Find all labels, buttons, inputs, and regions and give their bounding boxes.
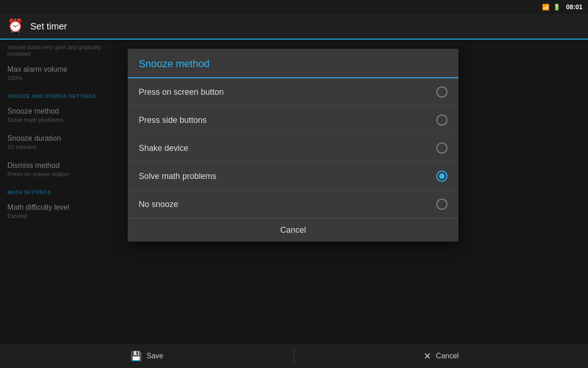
option-solve-math-label: Solve math problems [139,172,216,181]
dialog-header: Snooze method [128,49,458,78]
status-bar: 📶 🔋 08:01 [0,0,588,14]
cancel-icon: ✕ [424,351,431,362]
page-title: Set timer [30,21,67,32]
option-solve-math-radio[interactable] [436,171,447,182]
wifi-icon: 📶 [542,4,549,11]
dialog-cancel-label: Cancel [280,225,306,235]
option-press-side[interactable]: Press side buttons [128,106,458,134]
snooze-method-dialog: Snooze method Press on screen button Pre… [128,49,458,242]
save-label: Save [147,352,163,360]
battery-icon: 🔋 [553,4,560,11]
bottom-bar: 💾 Save ✕ Cancel [0,344,588,368]
time-display: 08:01 [566,3,582,11]
cancel-label: Cancel [436,352,459,360]
alarm-clock-icon: ⏰ [7,18,24,34]
option-shake-label: Shake device [139,144,188,153]
option-press-screen[interactable]: Press on screen button [128,78,458,106]
option-press-screen-label: Press on screen button [139,87,224,97]
cancel-button[interactable]: ✕ Cancel [294,344,588,368]
main-content: Volume starts very quiet and gradually i… [0,40,588,344]
option-no-snooze[interactable]: No snooze [128,190,458,218]
save-button[interactable]: 💾 Save [0,344,294,368]
save-icon: 💾 [130,351,142,362]
option-press-screen-radio[interactable] [436,86,447,98]
option-no-snooze-label: No snooze [139,200,178,209]
option-solve-math[interactable]: Solve math problems [128,162,458,190]
option-shake[interactable]: Shake device [128,134,458,162]
option-press-side-label: Press side buttons [139,115,207,125]
option-shake-radio[interactable] [436,143,447,154]
option-no-snooze-radio[interactable] [436,199,447,210]
dialog-title: Snooze method [139,58,209,69]
dialog-cancel-button[interactable]: Cancel [128,218,458,242]
option-press-side-radio[interactable] [436,115,447,126]
title-bar: ⏰ Set timer [0,14,588,40]
